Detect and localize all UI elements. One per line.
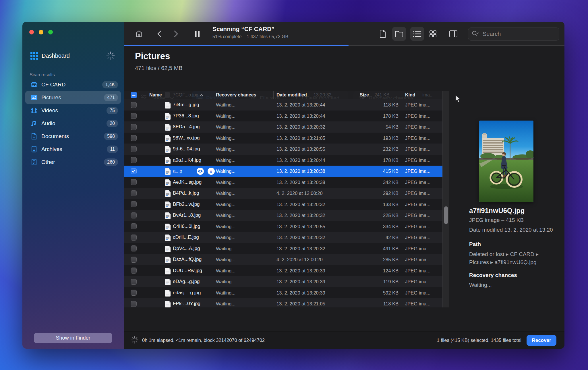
file-name-cell: BvAr1...8.jpg [173, 210, 201, 221]
scrollbar-track[interactable] [442, 91, 449, 307]
recovery-cell: Waiting... [216, 298, 235, 307]
table-row[interactable]: 7P36...8.jpgWaiting...13. 2. 2020 at 13:… [124, 111, 442, 122]
sidebar-item-audio[interactable]: Audio20 [25, 117, 121, 130]
row-checkbox[interactable] [131, 279, 137, 285]
table-row[interactable]: DUU...Rw.jpgWaiting...13. 2. 2020 at 13:… [124, 265, 442, 276]
grid-view-button[interactable] [426, 27, 440, 41]
row-checkbox[interactable] [131, 135, 137, 141]
preview-photo[interactable] [479, 121, 533, 202]
table-row[interactable]: 7il4m...g.jpgWaiting...13. 2. 2020 at 13… [124, 99, 442, 111]
row-checkbox[interactable] [131, 268, 137, 274]
close-window-button[interactable] [29, 30, 34, 34]
table-row[interactable]: DszA...fQ.jpgWaiting...4. 2. 2020 at 12:… [124, 254, 442, 265]
table-row[interactable]: BFb2...w.jpgWaiting...13. 2. 2020 at 13:… [124, 199, 442, 210]
size-cell: 118 KB [364, 99, 399, 111]
row-checkbox[interactable] [131, 124, 137, 130]
row-checkbox[interactable] [131, 235, 137, 241]
table-row[interactable]: B4Pd...k.jpgWaiting...4. 2. 2020 at 12:0… [124, 188, 442, 199]
svg-text:#: # [210, 169, 212, 174]
list-view-button[interactable] [410, 27, 424, 41]
sidebar-item-videos[interactable]: Videos75 [25, 104, 121, 117]
table-row[interactable]: BvAr1...8.jpgWaiting...13. 2. 2020 at 13… [124, 210, 442, 221]
file-name-cell: BFb2...w.jpg [173, 199, 200, 210]
recovery-cell: Waiting... [216, 199, 235, 210]
row-checkbox[interactable] [131, 102, 137, 108]
sidebar-item-cf-card[interactable]: CF CARD1,4K [25, 78, 121, 91]
row-checkbox[interactable] [131, 157, 137, 163]
file-view-button[interactable] [376, 27, 390, 41]
sidebar-item-count-badge: 260 [104, 158, 118, 166]
row-checkbox[interactable] [131, 179, 137, 185]
row-checkbox[interactable] [131, 113, 137, 119]
column-header-date[interactable]: Date modified [276, 91, 307, 99]
table-row[interactable]: cDrlii...E.jpgWaiting...13. 2. 2020 at 1… [124, 232, 442, 243]
kind-cell: JPEG ima... [405, 298, 430, 307]
row-checkbox[interactable] [131, 201, 137, 207]
size-cell: 592 KB [364, 287, 399, 299]
file-table-rows: 7il4m...g.jpgWaiting...13. 2. 2020 at 13… [124, 99, 442, 307]
column-header-name[interactable]: Name [149, 91, 162, 99]
folder-view-button[interactable] [392, 27, 406, 41]
row-checkbox[interactable] [131, 245, 137, 251]
table-row[interactable]: 9d-6...04.jpgWaiting...13. 2. 2020 at 13… [124, 144, 442, 155]
table-row[interactable]: C4II6...0l.jpgWaiting...13. 2. 2020 at 1… [124, 221, 442, 232]
row-checkbox[interactable] [131, 223, 137, 229]
sidebar-item-count-badge: 1,4K [102, 81, 118, 88]
table-row[interactable]: FPk-...0Y.jpgWaiting...13. 2. 2020 at 13… [124, 298, 442, 307]
row-checkbox[interactable] [131, 168, 137, 174]
sidebar-item-other[interactable]: Other260 [25, 156, 121, 168]
forward-button[interactable] [169, 27, 183, 41]
home-button[interactable] [132, 27, 146, 41]
toggle-detail-panel-button[interactable] [446, 27, 460, 41]
table-row[interactable]: a0aJ...K4.jpgWaiting...13. 2. 2020 at 13… [124, 155, 442, 166]
table-row[interactable]: eDAg...g.jpgWaiting...13. 2. 2020 at 13:… [124, 276, 442, 287]
date-modified-cell: 13. 2. 2020 at 13:20:38 [276, 166, 325, 177]
table-row[interactable]: 98W...xo.jpgWaiting...13. 2. 2020 at 13:… [124, 133, 442, 144]
kind-cell: JPEG ima... [405, 221, 430, 232]
sidebar-item-pictures[interactable]: Pictures471 [25, 91, 121, 104]
row-checkbox[interactable] [131, 212, 137, 218]
detail-filename: a7fi91nwU6Q.jpg [469, 207, 525, 215]
row-checkbox[interactable] [131, 257, 137, 263]
size-cell: 225 KB [364, 210, 399, 221]
table-row[interactable]: 8EDa...4.jpgWaiting...13. 2. 2020 at 13:… [124, 121, 442, 133]
recovery-cell: Waiting... [216, 133, 235, 144]
row-checkbox[interactable] [131, 190, 137, 196]
back-button[interactable] [152, 27, 166, 41]
column-header-size[interactable]: Size [360, 91, 369, 99]
kind-cell: JPEG ima... [405, 155, 430, 166]
sidebar-item-archives[interactable]: Archives11 [25, 143, 121, 156]
select-all-checkbox[interactable] [131, 92, 137, 98]
search-field[interactable] [468, 28, 559, 40]
recovery-cell: Waiting... [216, 287, 235, 299]
file-name-cell: 8EDa...4.jpg [173, 121, 200, 133]
row-checkbox[interactable] [131, 290, 137, 296]
hash-icon[interactable]: # [207, 167, 215, 175]
search-icon [472, 30, 479, 38]
size-cell: 292 KB [364, 188, 399, 199]
show-in-finder-button[interactable]: Show in Finder [34, 333, 112, 343]
scrollbar-thumb[interactable] [444, 206, 448, 224]
column-header-recovery[interactable]: Recovery chances [216, 91, 256, 99]
dashboard-grid-icon [30, 52, 38, 60]
table-row-selected[interactable]: a...g#Waiting...13. 2. 2020 at 13:20:384… [124, 166, 442, 177]
eye-preview-icon[interactable] [196, 167, 204, 175]
row-checkbox[interactable] [131, 301, 137, 307]
recovery-cell: Waiting... [216, 221, 235, 232]
row-checkbox[interactable] [131, 146, 137, 152]
sidebar-items: CF CARD1,4KPictures471Videos75Audio20Doc… [25, 78, 121, 168]
search-input[interactable] [482, 30, 548, 38]
scan-progress-bar [124, 45, 349, 46]
minimize-window-button[interactable] [39, 30, 43, 34]
table-row[interactable]: DpVc...A.jpgWaiting...13. 2. 2020 at 13:… [124, 243, 442, 254]
table-row[interactable]: edasj...-g.jpgWaiting...13. 2. 2020 at 1… [124, 287, 442, 299]
zoom-window-button[interactable] [48, 30, 53, 34]
table-row[interactable]: AeJK...sg.jpgWaiting...13. 2. 2020 at 13… [124, 177, 442, 188]
sidebar-item-documents[interactable]: Documents598 [25, 130, 121, 143]
sidebar-item-count-badge: 598 [104, 133, 118, 140]
sidebar-item-dashboard[interactable]: Dashboard [28, 49, 118, 62]
column-header-kind[interactable]: Kind [405, 91, 415, 99]
recover-button[interactable]: Recover [527, 335, 556, 346]
pause-scan-button[interactable] [190, 27, 204, 41]
detail-path-value: Deleted or lost ▸ CF CARD ▸ Pictures ▸ a… [469, 250, 555, 266]
